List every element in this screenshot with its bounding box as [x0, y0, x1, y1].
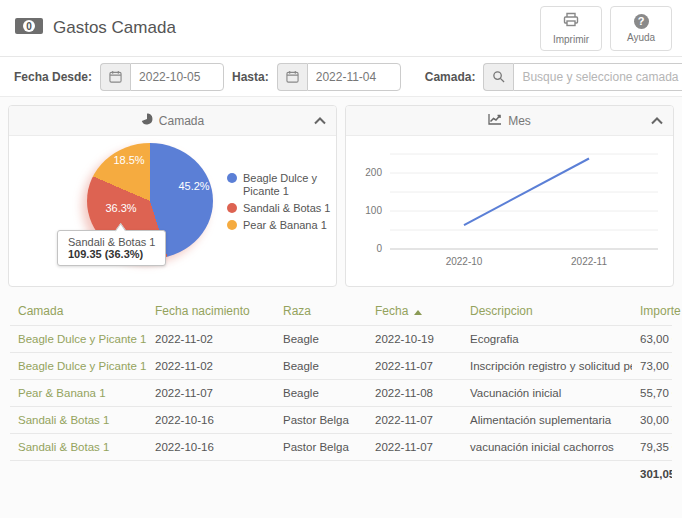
pie-slice-label: 18.5%: [107, 154, 151, 166]
chevron-up-icon[interactable]: [651, 114, 663, 128]
descripcion-cell: Ecografia: [462, 326, 632, 353]
table-row: Sandali & Botas 1 2022-10-16 Pastor Belg…: [10, 407, 672, 434]
fecha-cell: 2022-11-07: [367, 407, 462, 434]
line-chart-icon: [488, 113, 502, 128]
column-header-importe[interactable]: Importe: [632, 297, 672, 326]
fecha-nacimiento-cell: 2022-11-07: [147, 380, 275, 407]
line-chart[interactable]: 0 100 200 2022-10 2022-11: [346, 136, 674, 286]
camada-panel: Camada 45.2% 36.3% 18.5% Beagle Dulce y …: [8, 105, 337, 287]
print-button-label: Imprimir: [553, 34, 589, 45]
x-tick-label: 2022-10: [446, 256, 483, 267]
calendar-icon[interactable]: [277, 63, 307, 91]
raza-cell: Beagle: [275, 380, 367, 407]
banknote-icon: 0: [14, 15, 44, 41]
descripcion-cell: Alimentación suplementaria: [462, 407, 632, 434]
legend-label: Sandali & Botas 1: [243, 202, 330, 215]
table-header-row: Camada Fecha nacimiento Raza Fecha Descr…: [10, 297, 672, 326]
fecha-desde-group: [100, 63, 224, 91]
app-header: 0 Gastos Camada Imprimir ? Ayuda: [0, 0, 682, 57]
svg-text:0: 0: [26, 21, 32, 32]
legend-dot: [227, 203, 237, 213]
legend-label: Pear & Banana 1: [243, 219, 327, 232]
legend-label: Beagle Dulce y Picante 1: [243, 172, 335, 198]
line-chart-area: 0 100 200 2022-10 2022-11: [346, 136, 674, 286]
help-button-label: Ayuda: [627, 32, 655, 43]
fecha-nacimiento-cell: 2022-10-16: [147, 434, 275, 461]
column-header-camada[interactable]: Camada: [10, 297, 147, 326]
pie-slice-label: 36.3%: [99, 202, 143, 214]
descripcion-cell: vacunación inicial cachorros: [462, 434, 632, 461]
fecha-nacimiento-cell: 2022-11-02: [147, 326, 275, 353]
tooltip-title: Sandali & Botas 1: [68, 236, 155, 248]
y-tick-label: 200: [365, 167, 382, 178]
fecha-desde-input[interactable]: [130, 63, 224, 91]
camada-panel-title: Camada: [159, 114, 204, 128]
fecha-nacimiento-cell: 2022-10-16: [147, 407, 275, 434]
legend-item[interactable]: Sandali & Botas 1: [227, 202, 335, 215]
legend-item[interactable]: Beagle Dulce y Picante 1: [227, 172, 335, 198]
table-row: Beagle Dulce y Picante 1 2022-11-02 Beag…: [10, 326, 672, 353]
table-row: Pear & Banana 1 2022-11-07 Beagle 2022-1…: [10, 380, 672, 407]
importe-cell: 79,35 €: [632, 434, 672, 461]
table-row: Sandali & Botas 1 2022-10-16 Pastor Belg…: [10, 434, 672, 461]
hasta-group: [277, 63, 401, 91]
fecha-nacimiento-cell: 2022-11-02: [147, 353, 275, 380]
raza-cell: Pastor Belga: [275, 434, 367, 461]
mes-panel-title: Mes: [508, 114, 531, 128]
camada-link[interactable]: Pear & Banana 1: [10, 380, 147, 407]
importe-cell: 30,00 €: [632, 407, 672, 434]
raza-cell: Beagle: [275, 353, 367, 380]
y-tick-label: 100: [365, 205, 382, 216]
column-header-fecha[interactable]: Fecha: [367, 297, 462, 326]
pie-legend: Beagle Dulce y Picante 1 Sandali & Botas…: [227, 172, 335, 236]
total-importe: 301,05 €: [632, 461, 672, 488]
column-header-fecha-nacimiento[interactable]: Fecha nacimiento: [147, 297, 275, 326]
app-logo: 0 Gastos Camada: [14, 15, 176, 41]
calendar-icon[interactable]: [100, 63, 130, 91]
total-row: 301,05 €: [10, 461, 672, 488]
camada-link[interactable]: Beagle Dulce y Picante 1: [10, 353, 147, 380]
pie-tooltip: Sandali & Botas 1 109.35 (36.3%): [57, 230, 166, 266]
fecha-cell: 2022-11-08: [367, 380, 462, 407]
camada-panel-header: Camada: [9, 106, 336, 136]
mes-panel-header: Mes: [346, 106, 673, 136]
chevron-up-icon[interactable]: [314, 114, 326, 128]
column-header-descripcion[interactable]: Descripcion: [462, 297, 632, 326]
mes-panel: Mes 0 100 200 2022-10 2022-11: [345, 105, 674, 287]
search-icon: [483, 63, 513, 91]
question-circle-icon: ?: [634, 14, 649, 29]
pie-slice-label: 45.2%: [172, 180, 216, 192]
printer-icon: [563, 12, 579, 31]
importe-cell: 55,70 €: [632, 380, 672, 407]
camada-link[interactable]: Sandali & Botas 1: [10, 407, 147, 434]
hasta-label: Hasta:: [232, 70, 269, 84]
page-title: Gastos Camada: [53, 18, 176, 38]
legend-dot: [227, 220, 237, 230]
camada-link[interactable]: Beagle Dulce y Picante 1: [10, 326, 147, 353]
raza-cell: Pastor Belga: [275, 407, 367, 434]
camada-label: Camada:: [425, 70, 476, 84]
x-tick-label: 2022-11: [571, 256, 607, 267]
pie-chart-area: 45.2% 36.3% 18.5% Beagle Dulce y Picante…: [9, 136, 337, 286]
fecha-cell: 2022-10-19: [367, 326, 462, 353]
filter-bar: Fecha Desde: Hasta: Camada: Buscar: [0, 57, 682, 97]
importe-cell: 63,00 €: [632, 326, 672, 353]
camada-search-input[interactable]: [513, 63, 682, 91]
pie-chart-icon: [141, 113, 153, 128]
column-header-raza[interactable]: Raza: [275, 297, 367, 326]
tooltip-value: 109.35 (36.3%): [68, 248, 155, 260]
importe-cell: 73,00 €: [632, 353, 672, 380]
descripcion-cell: Vacunación inicial: [462, 380, 632, 407]
help-button[interactable]: ? Ayuda: [610, 6, 672, 51]
camada-link[interactable]: Sandali & Botas 1: [10, 434, 147, 461]
fecha-cell: 2022-11-07: [367, 353, 462, 380]
print-button[interactable]: Imprimir: [540, 6, 602, 51]
raza-cell: Beagle: [275, 326, 367, 353]
descripcion-cell: Inscripción registro y solicitud pedigre…: [462, 353, 632, 380]
hasta-input[interactable]: [307, 63, 401, 91]
camada-group: [483, 63, 682, 91]
legend-item[interactable]: Pear & Banana 1: [227, 219, 335, 232]
fecha-desde-label: Fecha Desde:: [14, 70, 92, 84]
gastos-table: Camada Fecha nacimiento Raza Fecha Descr…: [0, 295, 682, 487]
fecha-cell: 2022-11-07: [367, 434, 462, 461]
